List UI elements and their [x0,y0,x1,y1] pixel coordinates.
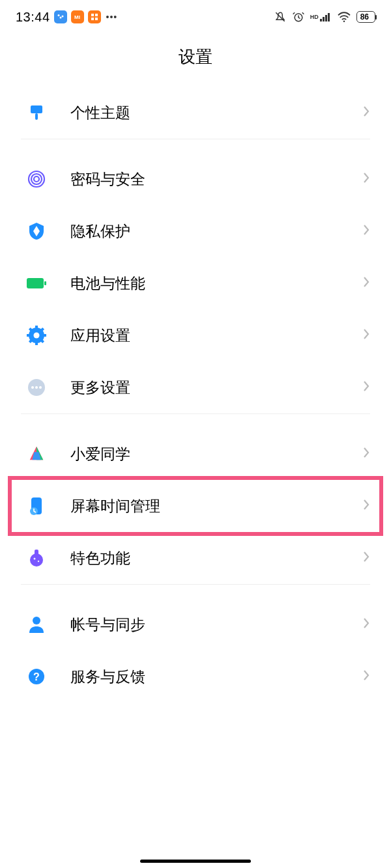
svg-rect-22 [44,334,46,337]
group-divider [21,584,370,598]
mute-icon [274,10,287,23]
svg-point-40 [33,617,40,624]
settings-item-label: 更多设置 [70,378,362,398]
chevron-right-icon [362,223,370,239]
status-app-icon-1: MI [71,10,84,23]
svg-rect-3 [91,14,94,16]
svg-point-21 [34,333,40,339]
status-time: 13:44 [16,10,50,25]
battery-indicator: 86 [356,11,375,23]
settings-item-features[interactable]: 特色功能 [0,532,391,584]
settings-item-feedback[interactable]: ?服务与反馈 [0,651,391,703]
settings-item-label: 隐私保护 [70,221,362,242]
help-icon: ? [26,666,47,687]
settings-item-battery[interactable]: 电池与性能 [0,257,391,309]
svg-point-39 [38,561,39,562]
status-right: HD 86 [274,10,375,23]
group-divider [21,413,370,428]
chevron-right-icon [362,617,370,632]
chevron-right-icon [362,550,370,566]
settings-item-privacy[interactable]: 隐私保护 [0,205,391,257]
settings-item-screentime[interactable]: 屏幕时间管理 [0,480,391,532]
settings-item-label: 帐号与同步 [70,615,362,635]
chevron-right-icon [362,328,370,343]
settings-item-label: 特色功能 [70,548,362,568]
svg-rect-26 [27,334,29,337]
svg-point-31 [31,386,34,389]
svg-point-2 [61,16,63,18]
svg-point-0 [57,14,59,16]
svg-rect-4 [95,14,98,16]
settings-item-themes[interactable]: 个性主题 [0,87,391,139]
battery-percent: 86 [360,12,369,21]
chevron-right-icon [362,171,370,187]
svg-point-32 [35,386,38,389]
status-app-icon-0 [54,10,67,23]
svg-point-16 [31,174,42,184]
svg-rect-19 [44,281,46,285]
chevron-right-icon [362,446,370,462]
settings-list: 个性主题密码与安全隐私保护电池与性能应用设置更多设置小爱同学屏幕时间管理特色功能… [0,87,391,703]
wifi-icon [337,11,351,23]
settings-item-label: 应用设置 [70,326,362,346]
status-left: 13:44 MI ••• [16,10,117,25]
page-title: 设置 [0,31,391,87]
settings-item-label: 小爱同学 [70,444,362,464]
settings-item-more[interactable]: 更多设置 [0,361,391,413]
dots-icon [26,377,47,398]
svg-point-17 [34,176,39,182]
svg-rect-6 [95,18,98,20]
svg-rect-8 [320,19,322,21]
svg-rect-5 [91,18,94,20]
svg-rect-37 [35,550,38,556]
settings-item-security[interactable]: 密码与安全 [0,153,391,205]
settings-item-label: 密码与安全 [70,169,362,189]
fingerprint-icon [26,169,47,189]
svg-point-38 [34,558,36,560]
hd-signal-icon: HD [310,12,332,22]
group-divider [21,139,370,153]
chevron-right-icon [362,669,370,684]
svg-rect-14 [35,113,38,120]
svg-rect-10 [325,15,327,21]
screentime-icon [26,496,47,516]
settings-item-label: 个性主题 [70,103,362,123]
alarm-icon [292,10,305,23]
xiaoai-icon [26,443,47,464]
status-more-icon: ••• [106,12,118,22]
gear-icon [26,325,47,346]
svg-rect-9 [323,17,325,21]
settings-item-xiaoai[interactable]: 小爱同学 [0,428,391,480]
user-icon [26,614,47,635]
home-indicator[interactable] [140,860,251,863]
settings-item-label: 屏幕时间管理 [70,496,362,516]
svg-rect-28 [35,326,38,328]
flask-icon [26,548,47,568]
chevron-right-icon [362,380,370,395]
chevron-right-icon [362,498,370,514]
brush-icon [26,102,47,123]
settings-item-account[interactable]: 帐号与同步 [0,598,391,651]
svg-point-12 [343,20,345,22]
settings-item-apps[interactable]: 应用设置 [0,309,391,361]
shield-icon [26,221,47,242]
status-app-icon-2 [88,10,101,23]
svg-rect-24 [35,343,38,345]
status-bar: 13:44 MI ••• HD [0,0,391,31]
settings-item-label: 电池与性能 [70,273,362,294]
svg-point-33 [39,386,42,389]
svg-rect-18 [27,278,44,288]
svg-point-1 [59,17,61,19]
svg-rect-11 [328,13,330,21]
chevron-right-icon [362,105,370,120]
battery-icon [26,273,47,294]
svg-rect-13 [31,105,42,113]
svg-text:?: ? [33,671,40,682]
chevron-right-icon [362,275,370,291]
settings-item-label: 服务与反馈 [70,667,362,687]
